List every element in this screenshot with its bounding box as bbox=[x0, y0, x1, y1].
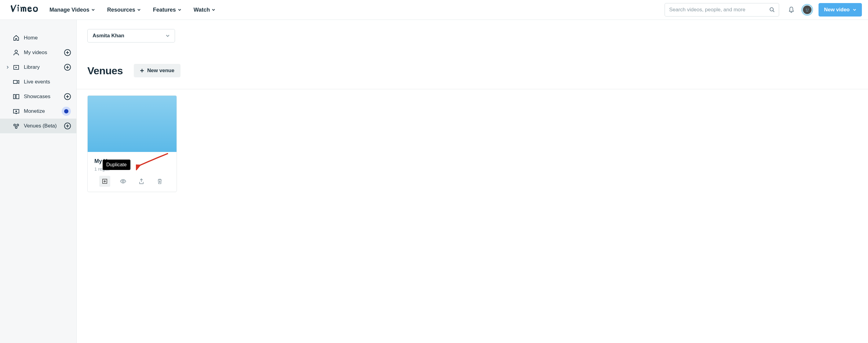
video-camera-icon bbox=[13, 79, 20, 85]
sidebar-item-showcases[interactable]: Showcases bbox=[0, 89, 76, 104]
search-wrapper bbox=[664, 3, 779, 17]
svg-point-1 bbox=[770, 8, 773, 11]
svg-rect-7 bbox=[13, 80, 17, 83]
avatar[interactable] bbox=[801, 4, 813, 16]
nav-label: Manage Videos bbox=[50, 7, 90, 13]
annotation-arrow bbox=[136, 152, 169, 170]
svg-point-3 bbox=[806, 9, 807, 10]
eye-icon bbox=[120, 178, 126, 184]
nav-features[interactable]: Features bbox=[153, 7, 181, 13]
notifications-button[interactable] bbox=[787, 5, 796, 15]
new-video-button[interactable]: New video bbox=[818, 3, 862, 17]
plus-icon bbox=[66, 124, 69, 128]
monetize-icon bbox=[13, 108, 20, 115]
sidebar-item-home[interactable]: Home bbox=[0, 31, 76, 45]
share-button[interactable] bbox=[136, 176, 147, 187]
chevron-right-icon bbox=[6, 64, 9, 70]
svg-point-5 bbox=[15, 50, 18, 53]
venue-thumbnail bbox=[88, 96, 177, 152]
duplicate-icon bbox=[102, 178, 108, 184]
top-nav: Manage Videos Resources Features Watch bbox=[50, 7, 215, 13]
svg-line-2 bbox=[773, 11, 774, 12]
svg-point-11 bbox=[16, 111, 17, 112]
nav-manage-videos[interactable]: Manage Videos bbox=[50, 7, 95, 13]
nav-resources[interactable]: Resources bbox=[107, 7, 141, 13]
vimeo-logo[interactable] bbox=[9, 4, 43, 16]
chevron-down-icon bbox=[165, 34, 170, 38]
person-icon bbox=[13, 49, 20, 56]
chevron-down-icon bbox=[91, 8, 95, 11]
avatar-face-icon bbox=[804, 7, 810, 13]
venues-icon bbox=[13, 122, 20, 129]
svg-point-16 bbox=[122, 180, 124, 182]
sidebar-label: Home bbox=[24, 35, 37, 41]
sidebar-label: My videos bbox=[24, 50, 47, 56]
svg-point-13 bbox=[17, 124, 19, 126]
share-icon bbox=[138, 178, 145, 184]
duplicate-tooltip: Duplicate bbox=[103, 160, 130, 170]
plus-icon bbox=[140, 68, 144, 73]
svg-rect-9 bbox=[16, 94, 19, 99]
svg-point-0 bbox=[18, 5, 19, 6]
venue-card[interactable]: My Venue 1 regist Duplicate bbox=[87, 95, 177, 192]
sidebar: Home My videos Library bbox=[0, 20, 76, 343]
sidebar-label: Monetize bbox=[24, 108, 45, 114]
delete-button[interactable] bbox=[154, 176, 165, 187]
new-venue-button[interactable]: New venue bbox=[134, 64, 181, 77]
search-icon bbox=[769, 7, 775, 12]
plus-icon bbox=[66, 51, 69, 54]
chevron-down-icon bbox=[137, 8, 141, 11]
sidebar-item-library[interactable]: Library bbox=[0, 60, 76, 75]
sidebar-item-my-videos[interactable]: My videos bbox=[0, 45, 76, 60]
account-selector[interactable]: Asmita Khan bbox=[87, 29, 175, 42]
sidebar-item-live-events[interactable]: Live events bbox=[0, 75, 76, 89]
header: Manage Videos Resources Features Watch N… bbox=[0, 0, 868, 20]
add-venue-button[interactable] bbox=[64, 122, 71, 129]
home-icon bbox=[13, 34, 20, 41]
trash-icon bbox=[157, 178, 163, 184]
library-icon bbox=[13, 64, 20, 70]
account-name: Asmita Khan bbox=[93, 33, 124, 39]
venue-cards: My Venue 1 regist Duplicate bbox=[87, 95, 857, 192]
plus-icon bbox=[66, 65, 69, 69]
svg-point-12 bbox=[14, 124, 16, 126]
svg-point-4 bbox=[808, 9, 808, 10]
plus-icon bbox=[66, 95, 69, 98]
chevron-down-icon bbox=[212, 8, 215, 11]
nav-label: Resources bbox=[107, 7, 135, 13]
button-label: New venue bbox=[147, 67, 175, 74]
sidebar-label: Showcases bbox=[24, 93, 51, 99]
card-actions bbox=[88, 176, 177, 192]
svg-rect-8 bbox=[13, 94, 15, 99]
main-content: Asmita Khan Venues New venue My Venue 1 … bbox=[76, 20, 868, 343]
chevron-down-icon bbox=[853, 8, 857, 11]
divider bbox=[77, 89, 868, 89]
bell-icon bbox=[788, 6, 795, 13]
duplicate-button[interactable] bbox=[99, 176, 110, 187]
new-indicator bbox=[62, 107, 71, 116]
sidebar-label: Venues (Beta) bbox=[24, 123, 57, 129]
preview-button[interactable] bbox=[118, 176, 129, 187]
nav-watch[interactable]: Watch bbox=[194, 7, 215, 13]
sidebar-label: Live events bbox=[24, 79, 50, 85]
showcases-icon bbox=[13, 93, 20, 100]
chevron-down-icon bbox=[178, 8, 181, 11]
sidebar-item-monetize[interactable]: Monetize bbox=[0, 104, 76, 119]
add-video-button[interactable] bbox=[64, 49, 71, 56]
search-input[interactable] bbox=[664, 3, 779, 17]
add-showcase-button[interactable] bbox=[64, 93, 71, 100]
svg-point-14 bbox=[15, 126, 17, 128]
add-library-button[interactable] bbox=[64, 64, 71, 70]
button-label: New video bbox=[824, 7, 850, 13]
page-title: Venues bbox=[87, 65, 123, 77]
nav-label: Features bbox=[153, 7, 176, 13]
sidebar-item-venues[interactable]: Venues (Beta) bbox=[0, 119, 76, 133]
sidebar-label: Library bbox=[24, 64, 40, 70]
nav-label: Watch bbox=[194, 7, 210, 13]
